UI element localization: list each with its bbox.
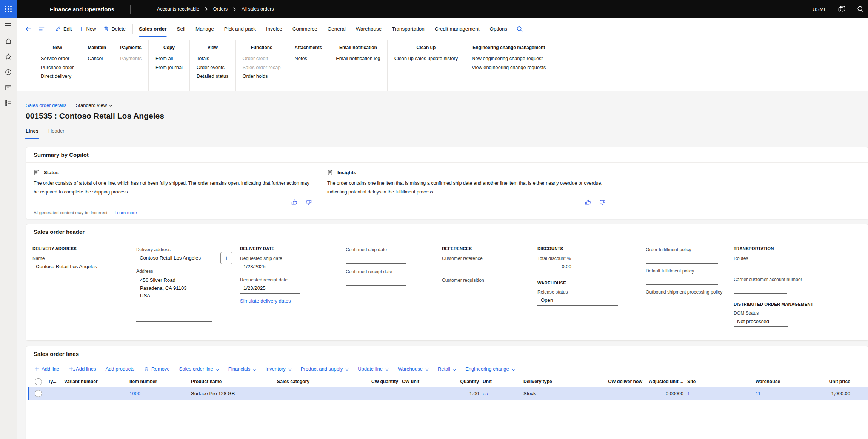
confirmed-receipt-date-field[interactable]	[346, 275, 406, 286]
simulate-delivery-dates-link[interactable]: Simulate delivery dates	[240, 298, 338, 304]
tab-lines[interactable]: Lines	[26, 128, 38, 137]
col-delivery-type[interactable]: Delivery type	[520, 379, 569, 384]
tab-header[interactable]: Header	[48, 128, 65, 137]
back-button[interactable]	[25, 25, 32, 32]
ribbon-item-from-all[interactable]: From all	[155, 54, 183, 63]
default-fulfillment-policy-field[interactable]	[646, 275, 718, 285]
cell-site[interactable]: 1	[684, 391, 753, 396]
col-item-number[interactable]: Item number	[126, 379, 188, 384]
routes-field[interactable]	[734, 262, 787, 272]
ribbon-item-totals[interactable]: Totals	[197, 54, 229, 63]
delete-button[interactable]: Delete	[103, 26, 126, 32]
tab-commerce[interactable]: Commerce	[292, 18, 317, 40]
ribbon-item-order-events[interactable]: Order events	[197, 63, 229, 72]
workspaces-icon[interactable]	[5, 84, 12, 91]
cell-unit[interactable]: ea	[480, 391, 520, 396]
ribbon-item-notes[interactable]: Notes	[295, 54, 322, 63]
table-row[interactable]: 1000 Surface Pro 128 GB 1.00 ea Stock 0.…	[28, 387, 868, 400]
tab-transportation[interactable]: Transportation	[392, 18, 425, 40]
edit-button[interactable]: Edit	[55, 26, 72, 32]
ribbon-item-service-order[interactable]: Service order	[41, 54, 74, 63]
order-fulfillment-policy-field[interactable]	[646, 254, 718, 264]
breadcrumb-module[interactable]: Accounts receivable	[157, 6, 199, 12]
company-selector[interactable]: USMF	[813, 6, 827, 12]
cell-warehouse[interactable]: 11	[753, 391, 806, 396]
remove-line-button[interactable]: Remove	[144, 366, 169, 372]
thumbs-up-icon[interactable]	[585, 199, 592, 206]
product-and-supply-menu[interactable]: Product and supply	[301, 366, 348, 372]
copilot-icon[interactable]	[837, 5, 846, 14]
confirmed-ship-date-field[interactable]	[346, 254, 406, 264]
tab-options[interactable]: Options	[489, 18, 507, 40]
inventory-menu[interactable]: Inventory	[265, 366, 291, 372]
col-discount[interactable]: Discount	[851, 379, 868, 384]
ribbon-item-cancel[interactable]: Cancel	[88, 54, 106, 63]
col-unit[interactable]: Unit	[480, 379, 520, 384]
learn-more-link[interactable]: Learn more	[115, 210, 137, 215]
view-selector[interactable]: Standard view	[76, 102, 112, 108]
requested-ship-date-field[interactable]: 1/23/2025	[240, 262, 300, 272]
requested-receipt-date-field[interactable]: 1/23/2025	[240, 284, 300, 294]
row-checkbox[interactable]	[35, 390, 42, 397]
col-product-name[interactable]: Product name	[188, 379, 274, 384]
app-launcher-button[interactable]	[0, 0, 17, 18]
ribbon-item-new-engineering-change-request[interactable]: New engineering change request	[472, 54, 546, 63]
add-address-button[interactable]: +	[220, 252, 232, 264]
search-icon[interactable]	[857, 5, 864, 13]
tab-pick-and-pack[interactable]: Pick and pack	[224, 18, 256, 40]
collapse-lines-icon[interactable]	[38, 25, 45, 32]
carrier-account-field[interactable]	[734, 283, 787, 294]
sales-order-details-link[interactable]: Sales order details	[26, 102, 66, 108]
delivery-address-field[interactable]: Contoso Retail Los Angeles	[136, 254, 221, 263]
ribbon-item-view-engineering-change-requests[interactable]: View engineering change requests	[472, 63, 546, 72]
warehouse-menu[interactable]: Warehouse	[398, 366, 428, 372]
thumbs-down-icon[interactable]	[599, 199, 606, 206]
recent-clock-icon[interactable]	[5, 68, 12, 76]
home-icon[interactable]	[5, 37, 12, 45]
col-site[interactable]: Site	[684, 379, 753, 384]
ribbon-item-direct-delivery[interactable]: Direct delivery	[41, 72, 74, 81]
col-cw-quantity[interactable]: CW quantity	[347, 379, 399, 384]
ribbon-item-order-holds[interactable]: Order holds	[243, 72, 281, 81]
financials-menu[interactable]: Financials	[228, 366, 256, 372]
col-sales-category[interactable]: Sales category	[274, 379, 347, 384]
col-cw-unit[interactable]: CW unit	[399, 379, 456, 384]
thumbs-down-icon[interactable]	[305, 199, 312, 206]
tab-invoice[interactable]: Invoice	[266, 18, 282, 40]
tab-credit-management[interactable]: Credit management	[435, 18, 480, 40]
total-discount-field[interactable]: 0.00	[537, 262, 574, 272]
breadcrumb-area[interactable]: Orders	[213, 6, 228, 12]
expand-menu-icon[interactable]	[5, 22, 12, 29]
tab-warehouse[interactable]: Warehouse	[356, 18, 382, 40]
modules-list-icon[interactable]	[5, 99, 12, 107]
ribbon-item-detailed-status[interactable]: Detailed status	[197, 72, 229, 81]
dom-status-field[interactable]: Not processed	[734, 317, 788, 327]
customer-reference-field[interactable]	[442, 262, 519, 272]
name-field[interactable]: Contoso Retail Los Angeles	[32, 262, 117, 272]
new-button[interactable]: New	[78, 26, 96, 32]
ribbon-item-clean-up-sales-update-history[interactable]: Clean up sales update history	[394, 54, 458, 63]
col-quantity[interactable]: Quantity	[456, 379, 480, 384]
breadcrumb-page[interactable]: All sales orders	[242, 6, 274, 12]
thumbs-up-icon[interactable]	[291, 199, 298, 206]
ribbon-item-email-notification-log[interactable]: Email notification log	[336, 54, 380, 63]
add-lines-button[interactable]: + Add lines	[69, 366, 96, 372]
tab-sell[interactable]: Sell	[177, 18, 186, 40]
update-line-menu[interactable]: Update line	[358, 366, 388, 372]
ribbon-item-purchase-order[interactable]: Purchase order	[41, 63, 74, 72]
tab-sales-order[interactable]: Sales order	[139, 18, 167, 40]
tab-manage[interactable]: Manage	[195, 18, 214, 40]
address-extra-field[interactable]	[136, 311, 212, 322]
col-unit-price[interactable]: Unit price	[806, 379, 851, 384]
engineering-change-menu[interactable]: Engineering change	[465, 366, 515, 372]
add-line-button[interactable]: Add line	[34, 366, 59, 372]
col-type[interactable]: Ty...	[45, 379, 61, 384]
col-adjusted-unit[interactable]: Adjusted unit ...	[643, 379, 684, 384]
tab-general[interactable]: General	[328, 18, 346, 40]
release-status-field[interactable]: Open	[537, 296, 618, 306]
action-search-icon[interactable]	[516, 26, 523, 32]
col-warehouse[interactable]: Warehouse	[753, 379, 806, 384]
favorites-star-icon[interactable]	[5, 53, 12, 60]
col-variant-number[interactable]: Variant number	[61, 379, 126, 384]
select-all-checkbox[interactable]	[35, 378, 42, 385]
